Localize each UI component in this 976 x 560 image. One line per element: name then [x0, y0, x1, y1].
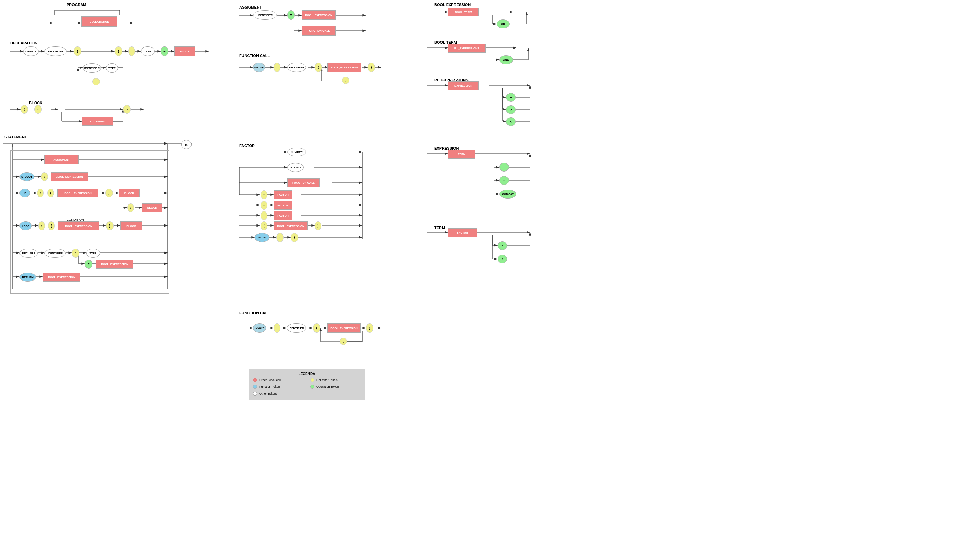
stdin-node: STDIN [255, 233, 269, 242]
plus-node: + [499, 163, 509, 172]
lparen-node-fac: ( [261, 222, 267, 230]
factor-rect2: FACTOR [274, 201, 292, 210]
comma-node1: , [92, 78, 100, 85]
legend-box: LEGENDA Other Block call Delimiter Token… [249, 369, 365, 400]
statement-title: STATEMENT [5, 135, 27, 139]
eq-node-rl: = [506, 93, 516, 102]
lt-node-rl: < [506, 117, 516, 126]
ln-node1: ln [34, 105, 42, 114]
factor-rect1: FACTOR [274, 190, 292, 199]
rparen-node-stdin: ) [291, 233, 298, 242]
comma-node-f1: , [342, 77, 349, 84]
legend-title: LEGENDA [253, 372, 361, 376]
program-title: PROGRAM [67, 3, 86, 7]
rparen-node-f1: ) [368, 63, 375, 72]
program-declaration-node: DECLARATION [81, 17, 117, 27]
eq-node1: = [161, 47, 168, 56]
lparen-node-f1: ( [314, 63, 322, 72]
type-node2: TYPE [106, 63, 118, 73]
rl-expr-node: RL_EXPRESSIONS [448, 44, 486, 53]
lbrace-node: { [20, 105, 28, 114]
rparen-node-f2: ) [366, 323, 373, 333]
type-node1: TYPE [141, 47, 155, 56]
bool-expr-fac: BOOL_EXPRESSION [274, 222, 308, 230]
lparen-node-stdin: ( [276, 233, 284, 242]
bool-expr-f2: BOOL_EXPRESSION [327, 323, 361, 333]
rparen-node-fac: ) [314, 222, 321, 230]
identifier-node-f2: IDENTIFIER [287, 323, 306, 333]
or-node: OR [496, 20, 510, 28]
factor-node-t: FACTOR [448, 228, 477, 237]
expression-node-rl: EXPRESSION [448, 81, 479, 90]
factor-title: FACTOR [239, 143, 255, 148]
colon-node1: : [128, 47, 135, 56]
identifier-node1: IDENTIFIER [45, 47, 67, 56]
legend-item-other-tokens: Other Tokens [253, 392, 303, 396]
identifier-node-a: IDENTIFIER [253, 10, 277, 20]
term-node-e: TERM [448, 150, 475, 158]
bool-term-node: BOOL_TERM [448, 8, 479, 17]
lparen-node1: ( [74, 47, 81, 56]
asterisk-node: * [261, 190, 267, 199]
bool-expr-f1: BOOL_EXPRESSION [327, 63, 361, 72]
colon-node-f2: : [274, 323, 281, 333]
slash-node-t: / [498, 255, 507, 263]
create-node: CREATE [23, 47, 38, 56]
comma-node-f2: , [339, 338, 347, 345]
declaration-title: DECLARATION [10, 41, 37, 45]
identifier-node2: IDENTIFIER [83, 63, 101, 73]
number-node: NUMBER [287, 148, 306, 157]
function-call-title2: FUNCTION CALL [239, 311, 270, 315]
concat-node: CONCAT [499, 190, 516, 198]
invoke-node2: INVOKE [253, 323, 266, 333]
identifier-node-f1: IDENTIFIER [287, 63, 306, 72]
legend-item-other-block: Other Block call [253, 378, 303, 382]
asterisk-node-t: * [498, 241, 507, 250]
legend-item-function: Function Token [253, 385, 303, 389]
bool-expr-a: BOOL_EXPRESSION [302, 10, 336, 20]
term-title: TERM [434, 225, 445, 230]
func-call-a: FUNCTION CALL [302, 26, 336, 35]
string-node: STRING [287, 163, 304, 172]
invoke-node1: INVOKE [253, 63, 265, 72]
statement-node1: STATEMENT [82, 117, 113, 126]
block-title: BLOCK [29, 101, 42, 105]
function-call-title1: FUNCTION CALL [239, 53, 270, 58]
ln-node2: ln [181, 140, 192, 149]
lparen-node-f2: ( [313, 323, 321, 333]
assigment-title: ASSIGMENT [239, 5, 262, 9]
and-node: AND [499, 55, 513, 64]
legend-item-delimiter: Delimiter Token [310, 378, 361, 382]
minus-node-e: - [499, 176, 509, 185]
block-node1: BLOCK [174, 47, 195, 56]
rbrace-node: } [123, 105, 130, 114]
colon-node-f1: : [274, 63, 281, 72]
func-call-fac: FUNCTION CALL [287, 178, 320, 187]
factor-rect3: FACTOR [274, 211, 292, 220]
bool-expression-title: BOOL EXPRESSION [434, 3, 471, 7]
minus-node: - [261, 201, 267, 210]
legend-item-operation: Operation Token [310, 385, 361, 389]
gt-node-rl: > [506, 105, 516, 114]
eq-node-a: = [287, 10, 295, 20]
excl-node: ! [261, 211, 267, 220]
rparen-node1: ) [115, 47, 122, 56]
